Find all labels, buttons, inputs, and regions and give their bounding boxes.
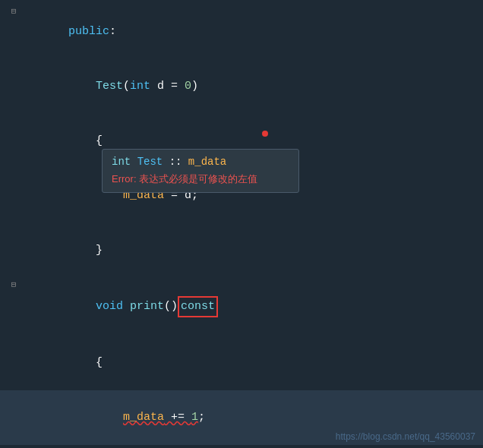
gutter-collapse[interactable]: ⊟	[6, 5, 21, 16]
gutter	[6, 390, 21, 392]
red-dot	[262, 131, 268, 137]
gutter	[6, 169, 21, 170]
tooltip-popup: int Test :: int Test::m_data m_data Erro…	[102, 149, 299, 193]
line-content: Test(int d = 0)	[27, 59, 477, 114]
code-line: << m_data << endl;	[0, 445, 483, 448]
line-content: public:	[27, 5, 477, 59]
gutter	[6, 114, 21, 115]
gutter-collapse-2[interactable]: ⊟	[6, 278, 21, 289]
gutter	[6, 223, 21, 225]
code-line: ⊟ public:	[0, 5, 483, 59]
code-editor: ⊟ public: Test(int d = 0) { m_data = d; …	[0, 0, 483, 448]
code-line: }	[0, 223, 483, 278]
line-content: }	[27, 223, 477, 278]
line-content: void print()const	[27, 278, 477, 336]
gutter	[6, 445, 21, 446]
tooltip-error: Error: 表达式必须是可修改的左值	[112, 172, 289, 186]
const-highlight: const	[178, 296, 218, 317]
gutter	[6, 59, 21, 61]
code-line: Test(int d = 0)	[0, 59, 483, 114]
line-content: {	[27, 336, 477, 390]
gutter	[6, 336, 21, 337]
code-line: {	[0, 336, 483, 390]
tooltip-title: int Test :: int Test::m_data m_data	[112, 156, 289, 168]
watermark: https://blog.csdn.net/qq_43560037	[336, 431, 475, 442]
line-content: << m_data << endl;	[27, 445, 477, 448]
code-line: ⊟ void print()const	[0, 278, 483, 336]
